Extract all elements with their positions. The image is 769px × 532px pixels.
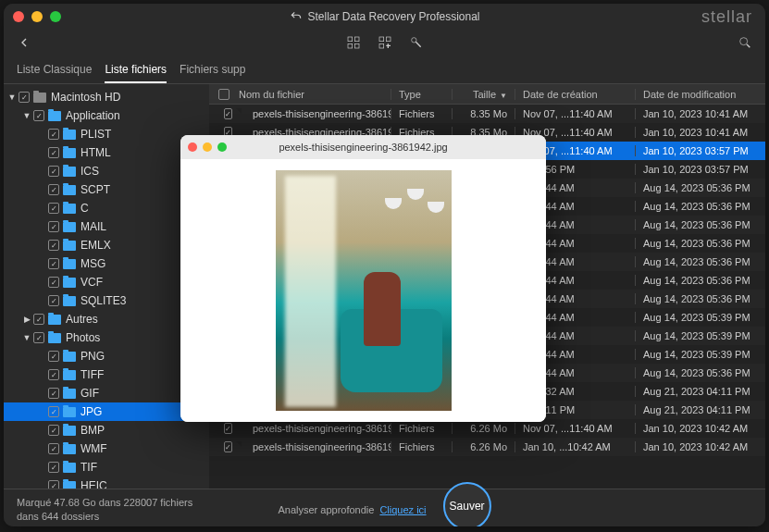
folder-icon [33, 93, 46, 103]
row-checkbox[interactable]: ✓ [224, 423, 232, 434]
folder-icon [63, 278, 76, 288]
minimize-window-button[interactable] [31, 11, 43, 22]
list-plus-icon[interactable] [378, 35, 392, 54]
tree-item-jpg[interactable]: ✓JPG [4, 402, 209, 421]
tools-icon[interactable] [409, 35, 424, 54]
deep-scan-label: Analyser approfondie [278, 504, 374, 515]
preview-window[interactable]: pexels-thisisengineering-3861942.jpg [180, 135, 546, 422]
preview-close-button[interactable] [188, 142, 197, 152]
col-size[interactable]: Taille▼ [453, 89, 515, 100]
tree-checkbox[interactable]: ✓ [48, 240, 59, 251]
table-row[interactable]: ✓pexels-thisisengineering-3861961.jpgFic… [209, 438, 765, 456]
tree-checkbox[interactable]: ✓ [33, 332, 44, 343]
tree-item-emlx[interactable]: ✓EMLX [4, 236, 209, 254]
tree-item-bmp[interactable]: ✓BMP [4, 421, 209, 439]
tree-caret-icon[interactable]: ▼ [22, 111, 31, 120]
tree-checkbox[interactable]: ✓ [48, 203, 59, 214]
tree-checkbox[interactable]: ✓ [48, 258, 59, 269]
tree-item-plist[interactable]: ✓PLIST [4, 125, 209, 143]
tree-item-vcf[interactable]: ✓VCF [4, 273, 209, 291]
tree-label: VCF [81, 276, 103, 289]
folder-icon [63, 296, 76, 306]
tree-checkbox[interactable]: ✓ [48, 295, 59, 306]
tree-label: SCPT [81, 183, 110, 196]
tree-item-tiff[interactable]: ✓TIFF [4, 365, 209, 384]
preview-minimize-button[interactable] [203, 142, 212, 152]
table-row[interactable]: ✓pexels-thisisengineering-3861961.jpgFic… [209, 419, 765, 438]
tree-checkbox[interactable]: ✓ [48, 147, 59, 158]
tree-item-ics[interactable]: ✓ICS [4, 162, 209, 180]
tree-checkbox[interactable]: ✓ [48, 443, 59, 454]
tree-checkbox[interactable]: ✓ [48, 388, 59, 399]
tree-item-msg[interactable]: ✓MSG [4, 254, 209, 273]
folder-icon [63, 463, 76, 473]
tree-item-autres[interactable]: ▶✓Autres [4, 310, 209, 328]
tree-label: MSG [81, 257, 105, 270]
view-tabs: Liste Classique Liste fichiers Fichiers … [4, 59, 765, 84]
titlebar: Stellar Data Recovery Professional stell… [4, 4, 765, 30]
tree-checkbox[interactable]: ✓ [48, 480, 59, 489]
tree-checkbox[interactable]: ✓ [48, 221, 59, 232]
tree-item-sqlite3[interactable]: ✓SQLITE3 [4, 291, 209, 310]
file-modified: Aug 14, 2023 05:36 PM [636, 201, 765, 212]
folder-icon [63, 481, 76, 489]
tree-checkbox[interactable]: ✓ [48, 425, 59, 436]
row-checkbox[interactable]: ✓ [224, 108, 232, 119]
tab-files[interactable]: Liste fichiers [105, 63, 167, 83]
grid-view-icon[interactable] [346, 35, 361, 54]
tree-caret-icon[interactable]: ▶ [22, 315, 31, 324]
tab-deleted[interactable]: Fichiers supp [180, 63, 245, 83]
col-modified[interactable]: Date de modification [636, 89, 765, 100]
tree-checkbox[interactable]: ✓ [48, 351, 59, 362]
row-checkbox[interactable]: ✓ [224, 441, 232, 452]
footer: Marqué 47.68 Go dans 228007 fichiers dan… [4, 489, 765, 526]
file-modified: Aug 14, 2023 05:36 PM [636, 275, 765, 286]
tree-item-png[interactable]: ✓PNG [4, 347, 209, 365]
svg-rect-5 [386, 37, 391, 42]
folder-icon [63, 389, 76, 399]
tree-item-photos[interactable]: ▼✓Photos [4, 328, 209, 347]
save-button[interactable]: Sauver [443, 482, 491, 527]
tree-item-mail[interactable]: ✓MAIL [4, 217, 209, 236]
tree-checkbox[interactable]: ✓ [19, 92, 30, 103]
tree-checkbox[interactable]: ✓ [33, 110, 44, 121]
select-all-checkbox[interactable] [218, 89, 229, 100]
tree-item-application[interactable]: ▼✓Application [4, 106, 209, 125]
tree-checkbox[interactable]: ✓ [48, 184, 59, 195]
tree-item-html[interactable]: ✓HTML [4, 143, 209, 162]
preview-filename: pexels-thisisengineering-3861942.jpg [279, 142, 447, 153]
tree-label: MAIL [81, 220, 106, 233]
col-created[interactable]: Date de création [515, 89, 636, 100]
tree-caret-icon[interactable]: ▼ [22, 333, 31, 342]
tree-item-tif[interactable]: ✓TIF [4, 458, 209, 476]
folder-tree[interactable]: ▼✓Macintosh HD▼✓Application✓PLIST✓HTML✓I… [4, 84, 209, 489]
preview-body [180, 159, 546, 422]
tab-classic[interactable]: Liste Classique [17, 63, 92, 83]
tree-checkbox[interactable]: ✓ [48, 462, 59, 473]
search-icon[interactable] [738, 35, 752, 54]
tree-caret-icon[interactable]: ▼ [7, 93, 17, 102]
preview-maximize-button[interactable] [217, 142, 227, 152]
file-created: Nov 07, ...11:40 AM [515, 423, 636, 434]
close-window-button[interactable] [13, 11, 24, 22]
col-name[interactable]: Nom du fichier [239, 89, 304, 100]
tree-checkbox[interactable]: ✓ [48, 129, 59, 140]
table-row[interactable]: ✓pexels-thisisengineering-3861958.jpgFic… [209, 105, 765, 123]
tree-item-heic[interactable]: ✓HEIC [4, 476, 209, 489]
tree-item-macintosh-hd[interactable]: ▼✓Macintosh HD [4, 88, 209, 106]
tree-item-gif[interactable]: ✓GIF [4, 384, 209, 402]
maximize-window-button[interactable] [50, 11, 61, 22]
tree-item-wmf[interactable]: ✓WMF [4, 439, 209, 458]
tree-checkbox[interactable]: ✓ [48, 166, 59, 177]
tree-item-c[interactable]: ✓C [4, 199, 209, 217]
file-modified: Jan 10, 2023 03:57 PM [636, 145, 765, 156]
tree-checkbox[interactable]: ✓ [48, 369, 59, 380]
col-type[interactable]: Type [391, 89, 453, 100]
tree-checkbox[interactable]: ✓ [33, 314, 44, 325]
tree-item-scpt[interactable]: ✓SCPT [4, 180, 209, 199]
back-button[interactable] [17, 35, 31, 54]
tree-checkbox[interactable]: ✓ [48, 277, 59, 288]
deep-scan-link[interactable]: Cliquez ici [379, 504, 426, 515]
tree-checkbox[interactable]: ✓ [48, 406, 59, 417]
file-created: Jan 10, ...10:42 AM [515, 441, 636, 452]
